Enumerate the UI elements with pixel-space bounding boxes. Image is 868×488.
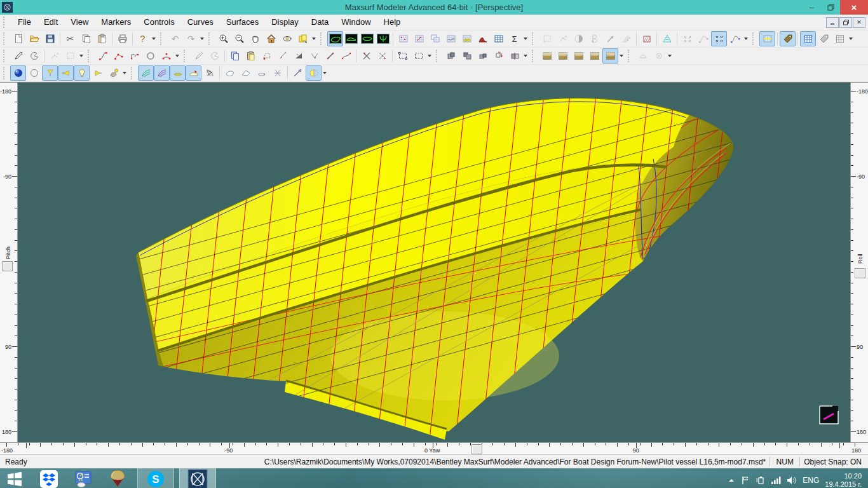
smooth-points-button[interactable] [62, 48, 78, 64]
dropbox-app[interactable] [34, 468, 64, 488]
compare-toolbar-dropdown[interactable] [743, 31, 749, 46]
edit-grid-button[interactable] [780, 31, 796, 46]
menu-display[interactable]: Display [265, 15, 305, 30]
points-toolbar-dropdown[interactable] [78, 48, 85, 64]
language-indicator[interactable]: ENG [803, 476, 819, 485]
render-flat-button[interactable] [571, 48, 587, 64]
yaw-slider-thumb[interactable] [471, 444, 482, 454]
toolbar-drag-handle[interactable] [532, 50, 536, 62]
fine-grid-button[interactable] [832, 31, 848, 46]
render-gouraud-button[interactable] [587, 48, 602, 64]
trim-surface-button[interactable] [539, 31, 555, 46]
step-curve-button[interactable] [126, 48, 142, 64]
light-top-button[interactable] [42, 65, 58, 81]
network-signal-icon[interactable] [771, 476, 781, 484]
intersect-surfaces-button[interactable] [618, 31, 634, 46]
skype-app[interactable]: S [137, 468, 174, 488]
system-gauges-app[interactable] [69, 468, 98, 488]
menu-controls[interactable]: Controls [137, 15, 180, 30]
visibility-toolbar-dropdown[interactable] [322, 65, 328, 81]
snap-grid-button[interactable] [800, 31, 816, 46]
undo-button[interactable]: ↶ [167, 31, 183, 46]
light-side-button[interactable] [58, 65, 74, 81]
minimize-button[interactable]: – [802, 0, 821, 15]
clock[interactable]: 10:20 19.4.2015 г. [825, 472, 862, 488]
open-button[interactable] [26, 31, 42, 46]
spline-tool-button[interactable] [95, 48, 111, 64]
arc-curve-button[interactable] [158, 48, 174, 64]
toolbar-drag-handle[interactable] [752, 32, 757, 45]
animate-toolbar-dropdown[interactable] [667, 48, 673, 64]
menu-surfaces[interactable]: Surfaces [220, 15, 265, 30]
marker-pair-button[interactable] [459, 31, 475, 46]
help-button[interactable]: ? [135, 31, 151, 46]
slope-node-button[interactable] [322, 48, 338, 64]
power-plug-icon[interactable] [756, 476, 765, 485]
zoom-in-button[interactable] [215, 31, 231, 46]
grid-labels-button[interactable] [816, 31, 832, 46]
menu-help[interactable]: Help [377, 15, 407, 30]
render-wireframe-button[interactable] [539, 48, 555, 64]
menu-file[interactable]: File [11, 15, 37, 30]
toolbar-drag-handle[interactable] [3, 67, 8, 79]
toolbar-drag-handle[interactable] [208, 32, 213, 45]
marker-spline-button[interactable] [443, 31, 459, 46]
lights-toolbar-dropdown[interactable] [121, 65, 128, 81]
skin-surface-button[interactable] [639, 31, 654, 46]
bond-edges-button[interactable] [587, 31, 602, 46]
show-surface-profile-button[interactable] [222, 65, 238, 81]
align-x-button[interactable] [358, 48, 374, 64]
control-net-button[interactable] [201, 65, 217, 81]
triangle-mesh-button[interactable] [659, 31, 675, 46]
sketch-button[interactable] [191, 48, 207, 64]
box-deselect-button[interactable] [410, 48, 426, 64]
curvature-contours-button[interactable] [138, 65, 154, 81]
new-button[interactable] [10, 31, 26, 46]
menu-window[interactable]: Window [335, 15, 377, 30]
delete-markers-button[interactable] [395, 31, 411, 46]
maxsurf-app[interactable] [179, 468, 216, 488]
project-curve-button[interactable] [602, 31, 618, 46]
fit-curve-button[interactable] [475, 31, 491, 46]
surface-direction-button[interactable] [186, 65, 201, 81]
send-back-button[interactable] [475, 48, 491, 64]
redo-button[interactable]: ↷ [183, 31, 199, 46]
document-restore-button[interactable] [839, 17, 852, 28]
show-markers-button[interactable] [711, 31, 727, 46]
roll-slider-thumb[interactable] [855, 268, 865, 278]
toolbar-drag-handle[interactable] [160, 32, 165, 45]
no-light-button[interactable] [26, 65, 42, 81]
render-toolbar-dropdown[interactable] [618, 48, 625, 64]
toolbar-drag-handle[interactable] [184, 50, 188, 62]
render-phong-button[interactable] [602, 48, 618, 64]
pitch-slider-thumb[interactable] [2, 261, 13, 271]
curvature-porcupine-button[interactable] [154, 65, 170, 81]
perspective-viewport[interactable]: -180-9090180Pitch -180-9090180Roll -180-… [0, 82, 868, 454]
trim-region-button[interactable] [571, 31, 587, 46]
cut-button[interactable]: ✂ [62, 31, 78, 46]
zoom-window-button[interactable] [295, 31, 311, 46]
menu-markers[interactable]: Markers [95, 15, 137, 30]
menu-edit[interactable]: Edit [37, 15, 64, 30]
hull-design-app[interactable] [103, 468, 132, 488]
arrange-toolbar-dropdown[interactable] [522, 48, 529, 64]
calculations-button[interactable]: Σ [506, 31, 522, 46]
yaw-ruler[interactable]: -180-900 Yaw90180 [0, 442, 868, 454]
pan-button[interactable] [247, 31, 263, 46]
show-surface-mesh-button[interactable] [269, 65, 285, 81]
rotate-view-button[interactable] [279, 31, 295, 46]
undo-toolbar-dropdown[interactable] [199, 31, 205, 46]
marker-table-button[interactable] [491, 31, 506, 46]
compare-markers-button[interactable] [679, 31, 695, 46]
body-plan-view-button[interactable] [375, 31, 391, 46]
animate-button[interactable] [635, 48, 651, 64]
mirror-button[interactable] [506, 48, 522, 64]
standard-toolbar-dropdown[interactable] [151, 31, 157, 46]
select-region-button[interactable] [259, 48, 275, 64]
toolbar-drag-handle[interactable] [628, 50, 632, 62]
duplicate-markers-button[interactable] [427, 31, 443, 46]
home-view-button[interactable] [263, 31, 279, 46]
custom-light-button[interactable] [105, 65, 121, 81]
section-knife-button[interactable] [290, 65, 306, 81]
flat-panels-button[interactable] [170, 65, 186, 81]
